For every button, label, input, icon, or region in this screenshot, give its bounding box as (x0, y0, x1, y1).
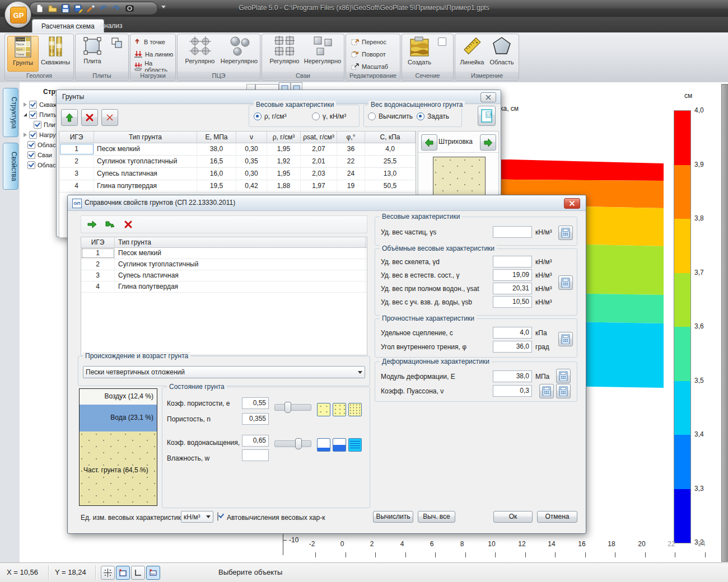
units-dropdown[interactable]: кН/м³ (181, 511, 213, 523)
checkbox[interactable] (34, 121, 41, 129)
qat-dropdown-icon[interactable] (161, 6, 166, 8)
tree-item-area2[interactable]: Область (27, 161, 57, 170)
collapse-icon[interactable] (24, 102, 27, 107)
cohesion-input[interactable]: 4,0 (493, 327, 532, 339)
hatch-prev-button[interactable] (421, 134, 437, 151)
gsat-input[interactable]: 20,31 (493, 283, 532, 294)
hatch-next-button[interactable] (480, 134, 496, 151)
tab-structure[interactable]: Структура (3, 88, 18, 137)
delete-all-soils-button[interactable] (101, 109, 118, 126)
save-as-icon[interactable] (74, 4, 83, 13)
gsb-input[interactable]: 10,50 (493, 296, 532, 308)
checkbox[interactable] (29, 131, 37, 139)
collapse-icon[interactable] (24, 133, 27, 137)
friction-angle-input[interactable]: 36,0 (493, 341, 532, 353)
calc-poisson-button[interactable] (539, 384, 554, 398)
tab-analysis[interactable]: Анализ (91, 19, 132, 32)
tree-item-boreholes[interactable]: Скважины (24, 100, 57, 109)
ortho-mode-button[interactable] (116, 566, 130, 580)
modulus-input[interactable]: 38,0 (493, 370, 532, 382)
snap-grid-button[interactable] (101, 566, 115, 580)
gd-input[interactable] (493, 256, 532, 267)
calc-modulus-button[interactable] (556, 369, 571, 383)
tree-item-loads[interactable]: Нагрузки (24, 130, 57, 139)
porosity-slider[interactable] (274, 404, 311, 411)
tab-properties[interactable]: Свойства (3, 143, 18, 190)
coords-display-button[interactable]: xxx (146, 566, 160, 580)
pce-irregular-button[interactable]: Нерегулярно (220, 36, 258, 71)
clear-button[interactable] (124, 220, 133, 231)
app-logo[interactable]: GP (4, 1, 31, 28)
ruler-button[interactable]: Линейка (458, 36, 487, 71)
tree-item-area1[interactable]: Область (27, 140, 57, 149)
open-file-icon[interactable] (48, 4, 57, 13)
porosity-input[interactable]: 0,355 (242, 413, 269, 425)
table-row[interactable]: 1Песок мелкий 38,00,30 1,952,07 364,0 (59, 143, 416, 156)
poisson-input[interactable]: 0,3 (493, 385, 532, 397)
close-icon[interactable] (480, 92, 496, 102)
measure-area-button[interactable]: Область (487, 36, 517, 71)
undo-icon[interactable]: ↶ (100, 4, 109, 13)
checkbox[interactable] (29, 101, 37, 109)
table-row[interactable]: 3Супесь пластичная 16,00,30 1,952,03 241… (59, 168, 416, 180)
load-at-point-button[interactable]: В точке (134, 36, 165, 48)
delete-soil-button[interactable] (81, 109, 98, 126)
calculate-button[interactable]: Вычислить (373, 511, 413, 523)
g-input[interactable]: 19,09 (493, 269, 532, 281)
water-low-button[interactable] (317, 438, 330, 452)
scale-button[interactable]: Масштаб (351, 61, 388, 72)
create-section-button[interactable]: Создать (404, 36, 435, 71)
water-mid-button[interactable] (333, 438, 346, 452)
calculate-all-button[interactable]: Выч. все (418, 511, 455, 523)
save-icon[interactable] (61, 4, 70, 13)
moisture-input[interactable] (242, 449, 269, 461)
table-row[interactable]: 1Песок мелкий (81, 248, 367, 259)
soils-button[interactable]: ГРУНТ Песок Сугл. Глина Грунты (7, 36, 39, 72)
table-row[interactable]: 4Глина полутвердая 19,50,42 1,881,97 195… (59, 180, 416, 193)
tree-item-plates[interactable]: Плиты (24, 110, 57, 119)
radio-icon[interactable] (417, 112, 424, 120)
radio-icon[interactable] (312, 112, 320, 120)
view-settings-icon[interactable] (125, 4, 134, 13)
water-full-button[interactable] (348, 438, 362, 452)
piles-irregular-button[interactable]: Нерегулярно (304, 36, 342, 71)
density-loose-button[interactable] (317, 403, 330, 416)
tree-item-piles[interactable]: Сваи (27, 151, 52, 159)
saturation-input[interactable]: 0,65 (242, 435, 269, 447)
checkbox[interactable] (27, 151, 35, 159)
gs-input[interactable] (493, 226, 532, 238)
origin-dropdown[interactable]: Пески четвертичных отложений (83, 366, 365, 378)
expand-icon[interactable] (24, 113, 27, 116)
redo-icon[interactable]: ↷ (113, 4, 122, 13)
density-medium-button[interactable] (333, 403, 346, 416)
scrollbar[interactable] (721, 84, 728, 562)
axis-corner-button[interactable] (131, 566, 145, 580)
load-on-line-button[interactable]: На линию (134, 49, 173, 60)
load-on-area-button[interactable]: На область (134, 61, 175, 72)
plate-button[interactable]: Плита (78, 36, 107, 71)
calc-strength-button[interactable] (558, 332, 573, 346)
radio-icon[interactable] (368, 112, 376, 120)
radio-gamma[interactable]: γ, кН/м³ (312, 112, 346, 120)
section-option-checkbox[interactable] (438, 37, 446, 46)
calc-poisson-button2[interactable] (556, 384, 571, 398)
calc-gs-button[interactable] (558, 226, 573, 240)
radio-icon[interactable] (254, 112, 262, 120)
piles-regular-button[interactable]: Регулярно (267, 36, 302, 71)
add-soil-button[interactable] (61, 109, 78, 126)
saturation-slider[interactable] (274, 440, 311, 447)
settings-wrench-icon[interactable] (87, 4, 96, 13)
table-row[interactable]: 2Суглинок тугопластичный (81, 259, 367, 270)
ok-button[interactable]: Ок (493, 511, 533, 523)
porosity-coef-input[interactable]: 0,55 (242, 397, 269, 409)
autocalc-checkbox[interactable] (217, 512, 218, 521)
radio-rho[interactable]: ρ, г/см³ (254, 112, 286, 120)
checkbox[interactable] (27, 161, 35, 169)
close-icon[interactable] (564, 198, 580, 209)
density-dense-button[interactable] (348, 403, 362, 416)
cancel-button[interactable]: Отмена (537, 511, 577, 523)
reference-soils-table[interactable]: ИГЭТип грунта 1Песок мелкий 2Суглинок ту… (81, 237, 367, 355)
apply-to-all-button[interactable] (105, 220, 115, 231)
new-file-icon[interactable] (35, 4, 44, 13)
slider-thumb[interactable] (284, 402, 291, 413)
